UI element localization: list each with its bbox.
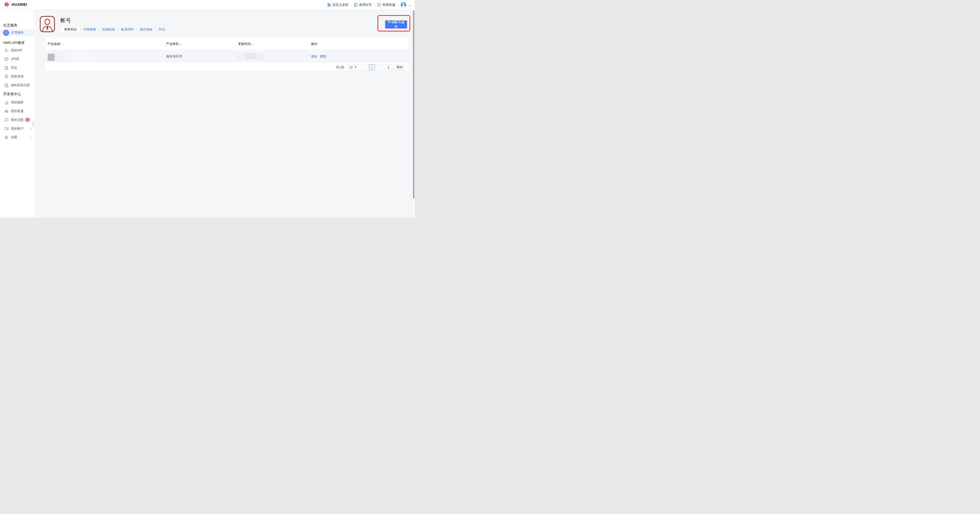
- divider: [118, 28, 118, 31]
- sidebar-item-label: 我的账户: [11, 126, 24, 131]
- top-bar-actions: 自定义桌面 使用向导: [328, 0, 411, 10]
- sidebar-item-auth-management[interactable]: 授权管理: [0, 73, 35, 80]
- tab-detailed-reports[interactable]: 详细报表: [83, 27, 96, 32]
- tab-operation-guide[interactable]: 操作指南: [140, 27, 153, 32]
- page-title: 帐号: [60, 17, 71, 24]
- sidebar-item-privacy-contact[interactable]: 隐私联系信息: [0, 81, 35, 89]
- section-hms-api: HMS API服务: [3, 40, 25, 45]
- chevron-down-icon[interactable]: [30, 136, 32, 138]
- user-guide-link[interactable]: 使用向导: [354, 3, 372, 7]
- sidebar-item-my-api[interactable]: API 我的API: [0, 46, 35, 54]
- sidebar-item-my-messages[interactable]: 我的消息 1: [0, 116, 35, 124]
- sort-caret-icon: [252, 43, 254, 45]
- chevron-right-icon: [379, 66, 381, 68]
- tab-integrate-sdk[interactable]: 集成SDK: [121, 27, 134, 32]
- user-avatar[interactable]: [401, 2, 406, 8]
- divider: [137, 28, 137, 31]
- total-count-label: 共1条: [336, 65, 344, 70]
- sidebar-item-credentials[interactable]: 凭证: [0, 64, 35, 71]
- brand-text: HUAWEI: [12, 2, 27, 6]
- sidebar-item-my-reports[interactable]: 我的报表: [0, 98, 35, 106]
- tab-view-agreement[interactable]: 查看协议: [60, 26, 80, 33]
- sidebar-item-label: 我的API: [11, 48, 22, 52]
- wallet-icon: [4, 126, 9, 131]
- sidebar-item-label: 我的客服: [11, 109, 24, 113]
- message-bubble-icon: [4, 117, 9, 122]
- huawei-flower-icon: [3, 1, 10, 8]
- sort-caret-icon: [61, 43, 64, 45]
- scrollbar-thumb[interactable]: [413, 10, 414, 198]
- delete-link[interactable]: 删除: [320, 54, 326, 58]
- chevron-down-icon[interactable]: [30, 127, 32, 130]
- apply-account-service-button[interactable]: 申请帐号服务: [385, 21, 407, 29]
- scrollbar-track[interactable]: [413, 10, 415, 217]
- sidebar-item-api-library[interactable]: API库: [0, 55, 35, 63]
- table-row[interactable]: 服务器应用 修改 删除: [45, 50, 409, 62]
- cell-actions: 修改 删除: [311, 54, 326, 59]
- next-page-button[interactable]: [377, 65, 383, 70]
- page-1-button[interactable]: 1: [369, 65, 375, 70]
- custom-desktop-link[interactable]: 自定义桌面: [328, 3, 348, 7]
- sidebar-item-label: API库: [11, 57, 19, 61]
- column-label: 操作: [311, 42, 317, 46]
- chevron-down-icon[interactable]: [409, 3, 411, 6]
- redacted-update-time: [256, 53, 264, 59]
- sidebar-item-label: 我的报表: [11, 100, 24, 105]
- headset-icon: [4, 109, 9, 113]
- gear-icon: [4, 135, 9, 140]
- jump-page-input[interactable]: [385, 65, 392, 70]
- sidebar-item-settings[interactable]: 设置: [0, 133, 35, 141]
- page-tabs: 查看协议 详细报表 自测标准 集成SDK 操作指南 FAQ: [60, 26, 165, 33]
- page-size-value: 10: [349, 65, 353, 69]
- redacted-product-name: [54, 52, 89, 62]
- sidebar-item-app-services[interactable]: 应用服务: [0, 29, 35, 36]
- custom-desktop-label: 自定义桌面: [332, 3, 348, 7]
- bar-chart-icon: [4, 100, 9, 105]
- redacted-update-time: [246, 53, 256, 59]
- pagination: 共1条 10 1 跳转: [336, 64, 405, 71]
- table-header-row: 产品名称 产品类型 更新时间 操作: [45, 37, 409, 50]
- huawei-developer-console: HUAWEI 自定义桌面: [0, 0, 415, 217]
- section-eco-services: 生态服务: [3, 23, 18, 28]
- guide-book-icon: [354, 3, 358, 7]
- page-size-select[interactable]: 10: [347, 65, 359, 70]
- sidebar-item-my-support[interactable]: 我的客服: [0, 107, 35, 115]
- grid-icon: [328, 3, 331, 7]
- edit-link[interactable]: 修改: [311, 54, 317, 58]
- divider: [99, 28, 99, 31]
- smart-support-link[interactable]: 智能客服: [377, 3, 395, 7]
- sort-caret-icon: [180, 43, 182, 45]
- user-api-icon: API: [4, 48, 9, 52]
- chevron-left-icon: [32, 123, 34, 125]
- redacted-product-icon: [48, 54, 54, 61]
- svg-text:API: API: [6, 51, 9, 52]
- select-caret-icon: [355, 67, 356, 68]
- jump-button[interactable]: 跳转: [395, 65, 405, 70]
- sidebar-item-label: 应用服务: [11, 30, 24, 35]
- cell-product-type: 服务器应用: [166, 54, 182, 59]
- top-bar: HUAWEI 自定义桌面: [0, 0, 415, 10]
- column-product-name[interactable]: 产品名称: [48, 42, 63, 46]
- redacted-update-time: [237, 53, 246, 59]
- tab-faq[interactable]: FAQ: [159, 27, 165, 31]
- column-actions: 操作: [311, 42, 317, 46]
- user-guide-label: 使用向导: [359, 3, 372, 7]
- cube-icon: [4, 57, 9, 61]
- column-label: 产品名称: [48, 42, 60, 46]
- account-service-icon: [40, 16, 55, 32]
- app-services-icon: [3, 30, 9, 36]
- column-product-type[interactable]: 产品类型: [166, 42, 182, 46]
- sidebar-item-label: 隐私联系信息: [11, 83, 30, 87]
- column-label: 产品类型: [166, 42, 179, 46]
- column-update-time[interactable]: 更新时间: [238, 42, 254, 46]
- tab-self-test-standard[interactable]: 自测标准: [102, 27, 115, 32]
- sidebar: 生态服务 应用服务 HMS API服务 API 我的: [0, 10, 35, 217]
- chevron-left-icon: [363, 66, 365, 68]
- huawei-logo[interactable]: HUAWEI: [3, 1, 27, 8]
- sidebar-item-label: 我的消息: [11, 117, 24, 122]
- doc-lock-icon: [4, 83, 9, 87]
- divider: [156, 28, 156, 31]
- sidebar-item-my-account[interactable]: 我的账户: [0, 125, 35, 132]
- sidebar-item-label: 凭证: [11, 65, 17, 70]
- prev-page-button[interactable]: [361, 65, 367, 70]
